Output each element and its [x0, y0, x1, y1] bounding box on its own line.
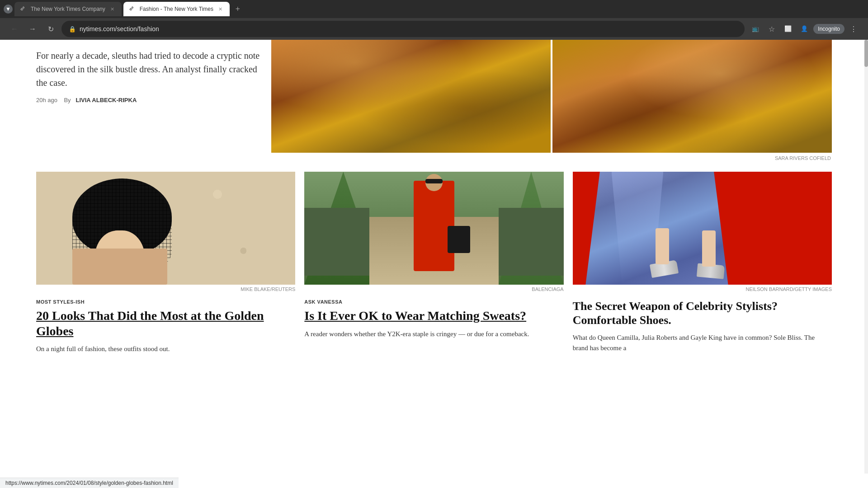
- top-article-meta: 20h ago By LIVIA ALBECK-RIPKA: [36, 97, 262, 103]
- bookmark-icon[interactable]: ☆: [764, 22, 779, 36]
- article-card-golden-globes: MIKE BLAKE/REUTERS MOST STYLES-ISH 20 Lo…: [36, 172, 295, 354]
- article2-desc: A reader wonders whether the Y2K-era sta…: [304, 329, 563, 339]
- back-button[interactable]: ←: [7, 22, 22, 36]
- top-article-text: For nearly a decade, sleuths had tried t…: [36, 40, 262, 153]
- scrollbar[interactable]: [864, 40, 868, 354]
- tab1-favicon: 🗞: [20, 5, 27, 13]
- top-image-credit: SARA RIVERS COFIELD: [775, 154, 831, 163]
- tab-nyt-company[interactable]: 🗞 The New York Times Company ✕: [14, 2, 122, 16]
- top-article-image-left: [271, 40, 551, 153]
- incognito-badge[interactable]: Incognito: [813, 24, 844, 34]
- article1-section-tag: MOST STYLES-ISH: [36, 299, 295, 305]
- top-article-summary: For nearly a decade, sleuths had tried t…: [36, 49, 262, 89]
- refresh-button[interactable]: ↻: [43, 22, 58, 36]
- address-bar[interactable]: 🔒 nytimes.com/section/fashion: [61, 21, 745, 37]
- article1-image[interactable]: [36, 172, 295, 285]
- article1-title[interactable]: 20 Looks That Did the Most at the Golden…: [36, 308, 295, 338]
- article2-image[interactable]: [304, 172, 563, 285]
- page-content: For nearly a decade, sleuths had tried t…: [0, 40, 868, 354]
- tab-group-indicator[interactable]: ▼: [4, 5, 13, 14]
- browser-window: ▼ 🗞 The New York Times Company ✕ 🗞 Fashi…: [0, 0, 868, 40]
- copper-dress-right-image: [552, 40, 832, 153]
- top-article-image-right: [552, 40, 832, 153]
- articles-grid: MIKE BLAKE/REUTERS MOST STYLES-ISH 20 Lo…: [0, 172, 868, 354]
- new-tab-button[interactable]: +: [231, 3, 244, 15]
- article3-image[interactable]: [573, 172, 832, 285]
- forward-button[interactable]: →: [25, 22, 40, 36]
- article2-title[interactable]: Is It Ever OK to Wear Matching Sweats?: [304, 308, 563, 324]
- article1-image-credit: MIKE BLAKE/REUTERS: [36, 285, 295, 294]
- article-card-sweats: BALENCIAGA ASK VANESSA Is It Ever OK to …: [304, 172, 563, 354]
- top-image-credit-area: SARA RIVERS COFIELD: [0, 153, 868, 163]
- ssl-lock-icon: 🔒: [69, 26, 76, 33]
- tab1-title: The New York Times Company: [31, 6, 105, 12]
- profile-icon[interactable]: 👤: [797, 22, 811, 36]
- tab1-close-button[interactable]: ✕: [109, 5, 116, 13]
- address-text: nytimes.com/section/fashion: [80, 25, 737, 33]
- article1-desc: On a night full of fashion, these outfit…: [36, 344, 295, 354]
- article3-image-credit: NEILSON BARNARD/GETTY IMAGES: [573, 285, 832, 294]
- article-card-stylists: NEILSON BARNARD/GETTY IMAGES The Secret …: [573, 172, 832, 354]
- nav-bar: ← → ↻ 🔒 nytimes.com/section/fashion 📺 ☆ …: [0, 18, 868, 40]
- menu-icon[interactable]: ⋮: [846, 22, 861, 36]
- top-article-section: For nearly a decade, sleuths had tried t…: [0, 40, 868, 153]
- tab-search-icon[interactable]: ⬜: [781, 22, 795, 36]
- tab2-close-button[interactable]: ✕: [217, 5, 224, 13]
- nav-right-controls: 📺 ☆ ⬜ 👤 Incognito ⋮: [748, 22, 861, 36]
- scrollbar-thumb[interactable]: [864, 40, 868, 67]
- article3-title[interactable]: The Secret Weapon of Celebrity Stylists?…: [573, 299, 832, 327]
- cast-icon[interactable]: 📺: [748, 22, 763, 36]
- tab-bar: ▼ 🗞 The New York Times Company ✕ 🗞 Fashi…: [0, 0, 868, 18]
- top-article-images: [271, 40, 832, 153]
- copper-dress-left-image: [271, 40, 551, 153]
- article3-desc: What do Queen Camilla, Julia Roberts and…: [573, 333, 832, 353]
- tab2-title: Fashion - The New York Times: [140, 6, 213, 12]
- tab-fashion[interactable]: 🗞 Fashion - The New York Times ✕: [123, 2, 230, 16]
- article2-section-tag: ASK VANESSA: [304, 299, 563, 305]
- top-article-author-prefix: By: [64, 97, 71, 103]
- tab2-favicon: 🗞: [129, 5, 136, 13]
- article2-image-credit: BALENCIAGA: [304, 285, 563, 294]
- top-article-time: 20h ago: [36, 97, 57, 103]
- top-article-author: LIVIA ALBECK-RIPKA: [75, 97, 137, 103]
